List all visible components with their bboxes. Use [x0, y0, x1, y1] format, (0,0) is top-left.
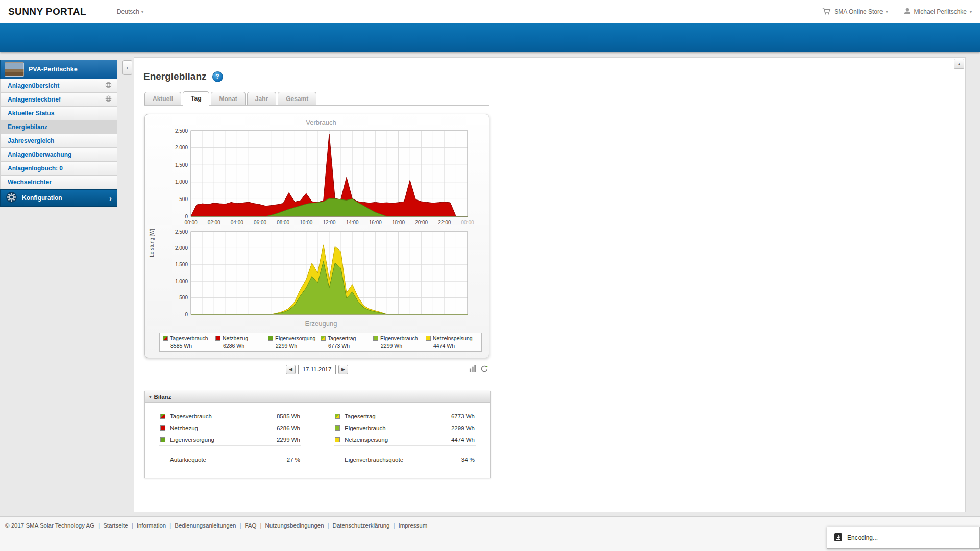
bilanz-row-value: 2299 Wh [451, 425, 475, 431]
user-icon [903, 7, 911, 16]
chart-settings-icon[interactable] [480, 365, 488, 373]
sidebar-item-wechselrichter[interactable]: Wechselrichter [0, 176, 117, 189]
bilanz-row-label: Tagesverbrauch [170, 413, 272, 419]
bilanz-color-chip [160, 414, 165, 419]
main-panel: ▴ Energiebilanz ? AktuellTagMonatJahrGes… [134, 57, 966, 512]
tab-monat[interactable]: Monat [211, 92, 245, 105]
bilanz-row-label: Netzbezug [170, 425, 272, 431]
footer-link-faq[interactable]: FAQ [244, 522, 256, 529]
bilanz-row-netzeinspeisung: Netzeinspeisung4474 Wh [334, 434, 476, 446]
table-view-icon[interactable] [469, 365, 477, 373]
svg-text:500: 500 [179, 196, 188, 202]
sidebar-item-konfiguration[interactable]: Konfiguration › [0, 189, 117, 207]
bilanz-header[interactable]: ▾ Bilanz [145, 391, 490, 403]
legend-item-eigenverbrauch: Eigenverbrauch2299 Wh [373, 335, 426, 349]
top-bar: SUNNY PORTAL Deutsch ▾ SMA Online Store … [0, 0, 980, 23]
sidebar-item-anlagenuebersicht[interactable]: Anlagenübersicht [0, 79, 117, 93]
svg-text:1.500: 1.500 [175, 262, 188, 267]
tab-jahr[interactable]: Jahr [247, 92, 276, 105]
bilanz-title: Bilanz [154, 394, 172, 400]
online-store-link[interactable]: SMA Online Store ▾ [822, 7, 888, 17]
legend-item-tagesertrag: Tagesertrag6773 Wh [321, 335, 373, 349]
legend-color-chip [321, 336, 326, 341]
chart-panel: Leistung [W] Verbrauch 05001.0001.5002.0… [144, 114, 489, 358]
plant-header[interactable]: PVA-Perlitschke [0, 60, 117, 79]
sidebar-item-anlagenueberwachung[interactable]: Anlagenüberwachung [0, 148, 117, 162]
footer-link-information[interactable]: Information [137, 522, 166, 529]
bilanz-row-value: 27 % [287, 457, 300, 463]
language-selector[interactable]: Deutsch ▾ [117, 8, 143, 15]
bilanz-row-label: Autarkiequote [170, 457, 282, 463]
globe-icon [105, 82, 112, 90]
bilanz-row-tagesverbrauch: Tagesverbrauch8585 Wh [159, 411, 301, 422]
encoding-popup: Encoding... [827, 527, 980, 549]
bilanz-row-value: 6773 Wh [451, 413, 475, 419]
sidebar-item-label: Aktueller Status [8, 110, 112, 117]
footer-link-impressum[interactable]: Impressum [398, 522, 427, 529]
sidebar-item-anlagensteckbrief[interactable]: Anlagensteckbrief [0, 93, 117, 107]
sidebar-collapse-button[interactable]: ‹ [122, 60, 132, 75]
svg-text:20:00: 20:00 [415, 220, 428, 226]
bilanz-row-value: 2299 Wh [277, 437, 300, 443]
svg-text:2.000: 2.000 [175, 245, 188, 251]
sidebar-item-aktueller-status[interactable]: Aktueller Status [0, 107, 117, 120]
collapse-triangle-icon: ▾ [149, 394, 152, 399]
footer-separator: | [239, 522, 241, 529]
sidebar-item-label: Jahresvergleich [8, 137, 112, 144]
encoding-label: Encoding... [847, 534, 878, 541]
bilanz-color-chip [335, 414, 340, 419]
next-day-button[interactable]: ▶ [338, 365, 348, 374]
tab-tag[interactable]: Tag [183, 91, 209, 106]
svg-text:1.500: 1.500 [175, 162, 188, 168]
sidebar-item-jahresvergleich[interactable]: Jahresvergleich [0, 134, 117, 148]
legend-label: Tagesertrag [328, 335, 356, 341]
svg-text:00:00: 00:00 [461, 220, 474, 226]
footer-link-bedienungsanleitungen[interactable]: Bedienungsanleitungen [175, 522, 236, 529]
date-input[interactable] [298, 365, 336, 374]
app-logo: SUNNY PORTAL [8, 6, 86, 17]
sidebar-item-anlagenlogbuch-0[interactable]: Anlagenlogbuch: 0 [0, 162, 117, 176]
bilanz-row-value: 6286 Wh [277, 425, 300, 431]
svg-text:14:00: 14:00 [346, 220, 359, 226]
legend-color-chip [426, 336, 431, 341]
legend-label: Netzeinspeisung [433, 335, 473, 341]
svg-text:18:00: 18:00 [392, 220, 405, 226]
svg-text:02:00: 02:00 [208, 220, 220, 226]
footer-link-startseite[interactable]: Startseite [103, 522, 128, 529]
legend-label: Eigenversorgung [275, 335, 315, 341]
chart-legend: Tagesverbrauch8585 WhNetzbezug6286 WhEig… [159, 333, 482, 352]
legend-value: 6286 Wh [223, 343, 268, 349]
legend-item-eigenversorgung: Eigenversorgung2299 Wh [268, 335, 321, 349]
bilanz-row-value: 34 % [461, 457, 475, 463]
bilanz-row-autarkiequote: Autarkiequote27 % [159, 454, 301, 465]
help-icon[interactable]: ? [212, 71, 223, 82]
svg-text:04:00: 04:00 [231, 220, 243, 226]
bilanz-color-chip [335, 425, 340, 431]
svg-text:2.000: 2.000 [175, 145, 188, 151]
footer-link-nutzungsbedingungen[interactable]: Nutzungsbedingungen [265, 522, 324, 529]
legend-value: 2299 Wh [276, 343, 321, 349]
scroll-up-button[interactable]: ▴ [954, 59, 964, 69]
tab-bar: AktuellTagMonatJahrGesamt [144, 90, 489, 106]
footer-link-datenschutzerklaerung[interactable]: Datenschutzerklärung [333, 522, 390, 529]
tab-gesamt[interactable]: Gesamt [278, 92, 316, 105]
sidebar-item-label: Energiebilanz [8, 123, 112, 131]
bilanz-row-label: Eigenversorgung [170, 437, 272, 443]
footer-separator: | [328, 522, 329, 529]
tab-aktuell[interactable]: Aktuell [144, 92, 181, 105]
legend-value: 2299 Wh [381, 343, 426, 349]
legend-label: Netzbezug [223, 335, 248, 341]
legend-value: 4474 Wh [433, 343, 478, 349]
bilanz-row-eigenverbrauchsquote: Eigenverbrauchsquote34 % [334, 454, 476, 465]
prev-day-button[interactable]: ◀ [286, 365, 296, 374]
svg-text:10:00: 10:00 [300, 220, 312, 226]
sidebar-item-energiebilanz[interactable]: Energiebilanz [0, 120, 117, 134]
verbrauch-chart-title: Verbrauch [159, 119, 483, 127]
bilanz-row-tagesertrag: Tagesertrag6773 Wh [334, 411, 476, 422]
user-menu[interactable]: Michael Perlitschke ▾ [903, 7, 972, 16]
bilanz-row-label: Eigenverbrauch [345, 425, 447, 431]
legend-item-tagesverbrauch: Tagesverbrauch8585 Wh [163, 335, 215, 349]
svg-text:16:00: 16:00 [369, 220, 382, 226]
sidebar-item-label: Wechselrichter [8, 179, 112, 186]
legend-label: Tagesverbrauch [170, 335, 208, 341]
